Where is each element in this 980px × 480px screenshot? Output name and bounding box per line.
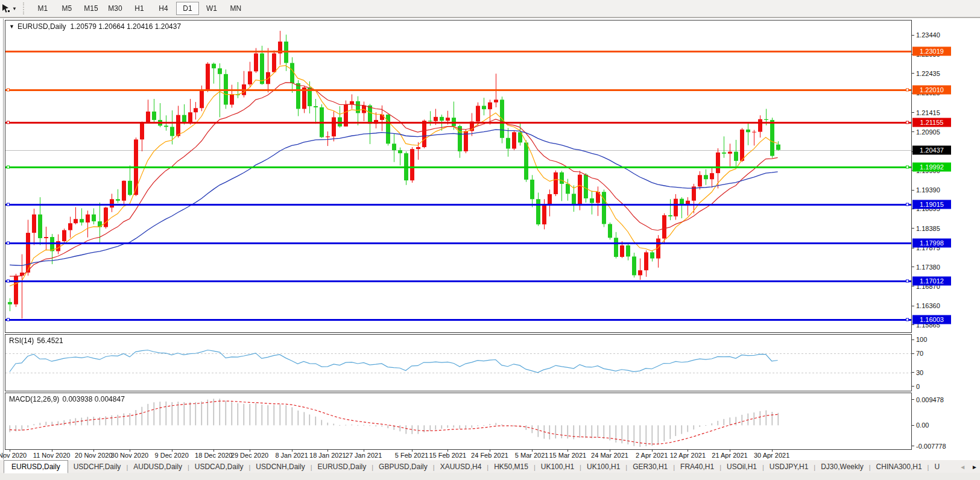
chart-ohlc-values: 1.20579 1.20664 1.20416 1.20437 <box>71 22 182 31</box>
price-level-badge: 1.21155 <box>912 118 951 127</box>
macd-tick-label: -0.007778 <box>916 443 946 450</box>
tab-scroll-left-icon[interactable]: ◄ <box>959 464 966 470</box>
rsi-tick-label: 70 <box>916 350 923 357</box>
date-label: 11 Nov 2020 <box>33 452 71 459</box>
price-level-badge: 1.20437 <box>912 145 951 154</box>
price-level-badge: 1.23019 <box>912 46 951 55</box>
macd-title: MACD(12,26,9) <box>9 395 59 403</box>
price-tick-mark <box>912 267 914 267</box>
timeframe-button-w1[interactable]: W1 <box>200 2 223 15</box>
price-tick-mark <box>912 190 914 191</box>
date-label: 30 Apr 2021 <box>754 452 789 459</box>
chart-tab-uk100-h1[interactable]: UK100,H1 <box>581 461 625 473</box>
price-chart-panel: ▼EURUSD,Daily1.20579 1.20664 1.20416 1.2… <box>5 20 912 333</box>
symbol-collapse-icon[interactable]: ▼ <box>9 24 14 30</box>
price-tick-mark <box>912 131 914 132</box>
tab-nav: ◄► <box>959 464 978 470</box>
macd-tick-label: 0.00 <box>916 422 929 429</box>
price-tick-label: 1.16360 <box>916 302 940 309</box>
timeframe-button-h1[interactable]: H1 <box>128 2 151 15</box>
bottom-strip <box>0 472 980 480</box>
rsi-label: RSI(14)56.4521 <box>9 336 63 345</box>
chart-tab-u[interactable]: U <box>929 461 945 473</box>
date-label: 29 Dec 2020 <box>231 452 268 459</box>
macd-tick-mark <box>912 399 914 400</box>
timeframe-button-d1[interactable]: D1 <box>176 2 199 15</box>
rsi-panel: RSI(14)56.4521 <box>5 334 912 391</box>
price-tick-label: 1.22435 <box>916 70 940 77</box>
date-label: 20 Nov 2020 <box>75 452 112 459</box>
chart-tab-hk50-m15[interactable]: HK50,M15 <box>488 461 534 473</box>
chart-tab-usdchf-daily[interactable]: USDCHF,Daily <box>68 461 127 473</box>
window-left-frame <box>3 19 4 459</box>
macd-panel: MACD(12,26,9)0.003938 0.004847 <box>5 393 912 450</box>
price-tick-label: 1.21415 <box>916 109 940 116</box>
price-tick-mark <box>912 306 914 306</box>
price-tick-mark <box>912 324 914 325</box>
price-level-badge: 1.16003 <box>912 315 951 324</box>
chart-tab-dj30-weekly[interactable]: DJ30,Weekly <box>815 461 868 473</box>
chart-tab-usdcad-daily[interactable]: USDCAD,Daily <box>189 461 249 473</box>
timeframe-button-mn[interactable]: MN <box>224 2 247 15</box>
date-label: 18 Dec 2020 <box>195 452 232 459</box>
price-level-badge: 1.19992 <box>912 162 951 171</box>
date-label: 18 Jan 2021 <box>309 452 346 459</box>
date-label: 8 Jan 2021 <box>275 452 308 459</box>
chart-tab-xauusd-h4[interactable]: XAUUSD,H4 <box>435 461 487 473</box>
date-label: 15 Feb 2021 <box>429 452 466 459</box>
timeframe-button-m1[interactable]: M1 <box>31 2 54 15</box>
price-tick-label: 1.18385 <box>916 225 940 232</box>
price-level-badge: 1.17012 <box>912 276 951 285</box>
macd-canvas[interactable] <box>5 393 911 449</box>
tab-scroll-right-icon[interactable]: ► <box>972 464 978 470</box>
rsi-tick-mark <box>912 372 914 373</box>
tool-dropdown-caret-icon[interactable]: ▼ <box>12 6 17 11</box>
chart-tab-uk100-h1[interactable]: UK100,H1 <box>536 461 580 473</box>
price-tick-mark <box>912 112 914 113</box>
timeframe-button-m30[interactable]: M30 <box>104 2 127 15</box>
date-axis: 2 Nov 202011 Nov 202020 Nov 202030 Nov 2… <box>5 450 912 459</box>
price-tick-label: 1.19390 <box>916 186 940 194</box>
macd-values: 0.003938 0.004847 <box>62 395 124 403</box>
chart-cursor-icon[interactable] <box>1 4 11 13</box>
chart-header: ▼EURUSD,Daily1.20579 1.20664 1.20416 1.2… <box>9 22 181 31</box>
chart-tab-usdcnh-daily[interactable]: USDCNH,Daily <box>250 461 310 473</box>
rsi-value: 56.4521 <box>37 336 63 345</box>
chart-tab-usoil-h1[interactable]: USOil,H1 <box>721 461 762 473</box>
rsi-tick-label: 0 <box>916 383 920 390</box>
price-tick-mark <box>912 73 914 74</box>
price-tick-mark <box>912 35 914 36</box>
toolbar-grip[interactable] <box>23 2 27 14</box>
price-chart-canvas[interactable] <box>5 21 911 332</box>
chart-tab-china300-h1[interactable]: CHINA300,H1 <box>871 461 928 473</box>
date-label: 2 Nov 2020 <box>0 452 27 459</box>
macd-tick-mark <box>912 425 914 426</box>
chart-tab-audusd-daily[interactable]: AUDUSD,Daily <box>128 461 188 473</box>
price-level-badge: 1.22010 <box>912 85 951 94</box>
chart-tab-eurusd-daily[interactable]: EURUSD,Daily <box>312 461 372 473</box>
date-label: 5 Feb 2021 <box>395 452 429 459</box>
chart-tab-gbpusd-daily[interactable]: GBPUSD,Daily <box>373 461 433 473</box>
timeframe-buttons: M1M5M15M30H1H4D1W1MN <box>31 2 248 15</box>
price-tick-mark <box>912 228 914 229</box>
chart-tab-eurusd-daily[interactable]: EURUSD,Daily <box>4 460 68 473</box>
rsi-tick-label: 100 <box>916 336 927 343</box>
chart-tab-usdjpy-h1[interactable]: USDJPY,H1 <box>764 461 814 473</box>
date-label: 24 Mar 2021 <box>591 452 628 459</box>
date-label: 5 Mar 2021 <box>515 452 549 459</box>
timeframe-button-h4[interactable]: H4 <box>152 2 175 15</box>
macd-tick-label: 0.009478 <box>916 396 944 403</box>
top-toolbar: ▼ M1M5M15M30H1H4D1W1MN <box>0 0 980 18</box>
rsi-canvas[interactable] <box>5 335 911 391</box>
rsi-tick-mark <box>912 386 914 387</box>
chart-tab-fra40-h1[interactable]: FRA40,H1 <box>675 461 719 473</box>
date-label: 15 Mar 2021 <box>549 452 586 459</box>
price-axis: 1.234401.229301.224351.219251.214151.209… <box>912 19 980 459</box>
date-label: 9 Dec 2020 <box>155 452 189 459</box>
timeframe-button-m15[interactable]: M15 <box>80 2 103 15</box>
chart-tab-ger30-h1[interactable]: GER30,H1 <box>627 461 673 473</box>
date-label: 21 Apr 2021 <box>712 452 747 459</box>
timeframe-button-m5[interactable]: M5 <box>55 2 78 15</box>
macd-tick-mark <box>912 446 914 446</box>
chart-tabbar: EURUSD,DailyUSDCHF,Daily|AUDUSD,Daily|US… <box>0 459 980 473</box>
